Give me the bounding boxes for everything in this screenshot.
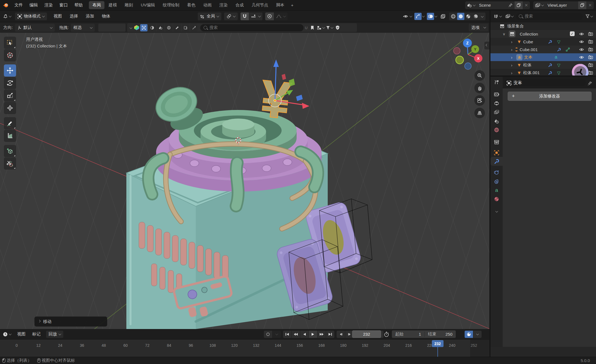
playhead[interactable]: 232 xyxy=(432,340,444,347)
scene-unlink-button[interactable]: ✕ xyxy=(523,3,530,8)
jump-end-button[interactable] xyxy=(326,331,334,338)
end-frame-field[interactable]: 结束250 xyxy=(425,332,456,337)
gizmo-dropdown[interactable] xyxy=(422,14,425,17)
sidebar-collapse-button[interactable] xyxy=(484,42,489,49)
jump-start-button[interactable] xyxy=(283,331,291,338)
tab-render[interactable] xyxy=(490,90,503,99)
filter-sculpt-toggle[interactable] xyxy=(149,24,156,31)
pin-icon[interactable] xyxy=(588,81,592,86)
zoom-button[interactable] xyxy=(474,70,485,81)
expand-icon[interactable]: › xyxy=(511,55,512,60)
overlays-dropdown[interactable] xyxy=(435,14,437,17)
shading-dropdown[interactable] xyxy=(481,15,484,18)
render-camera-icon[interactable] xyxy=(587,38,594,45)
transform-tool[interactable] xyxy=(4,102,16,114)
orientation-selector[interactable]: 默认 xyxy=(15,24,55,32)
3d-scene[interactable]: ¥ xyxy=(0,33,489,329)
tab-physics[interactable] xyxy=(490,168,503,177)
menu-view[interactable]: 视图 xyxy=(50,13,65,20)
hide-eye-icon[interactable] xyxy=(578,54,585,61)
viewlayer-new-button[interactable] xyxy=(578,1,586,9)
tab-collection-props[interactable] xyxy=(490,138,503,147)
proportional-edit-toggle[interactable] xyxy=(265,12,274,20)
playback-sync-dropdown[interactable] xyxy=(473,331,482,338)
expand-icon[interactable]: › xyxy=(511,39,512,44)
outliner-search-input[interactable]: 搜索 xyxy=(516,13,583,20)
filter-pose-mode-toggle[interactable] xyxy=(190,24,197,31)
frame-back-button[interactable] xyxy=(337,331,345,338)
exclude-checkbox[interactable]: ✓ xyxy=(570,31,575,36)
hide-eye-icon[interactable] xyxy=(578,31,585,37)
timeline-menu-marker[interactable]: 标记 xyxy=(29,331,44,338)
outliner-row-text-selected[interactable]: › a 文本 a xyxy=(490,53,596,61)
menu-help[interactable]: 帮助 xyxy=(71,2,86,9)
pivot-point-selector[interactable] xyxy=(224,12,238,20)
search-history-icon[interactable]: ∪ xyxy=(305,25,308,30)
snap-toggle[interactable] xyxy=(241,12,249,20)
viewport-search-input[interactable]: 搜索 xyxy=(200,24,304,31)
tab-output[interactable] xyxy=(490,99,503,108)
render-camera-icon[interactable] xyxy=(587,31,594,37)
menu-file[interactable]: 文件 xyxy=(11,2,26,9)
editor-type-button[interactable] xyxy=(0,14,14,19)
bookmark-icon[interactable] xyxy=(309,26,316,30)
expand-icon[interactable]: ∨ xyxy=(503,32,505,36)
render-camera-icon[interactable] xyxy=(587,54,594,61)
filter-texture-paint-toggle[interactable] xyxy=(174,24,181,31)
timeline-ruler[interactable]: 0122436486072849610812013214415616818019… xyxy=(0,340,489,357)
play-reverse-button[interactable] xyxy=(300,331,309,338)
tab-modeling[interactable]: 建模 xyxy=(105,1,121,9)
filter-edit-mode-toggle[interactable] xyxy=(182,24,189,31)
cursor-tool[interactable] xyxy=(4,49,16,61)
outliner-filter-mode[interactable] xyxy=(504,14,514,18)
tab-object-data[interactable]: a xyxy=(490,186,503,195)
stopwatch-icon[interactable] xyxy=(384,332,389,337)
add-modifier-button[interactable]: + 添加修改器 xyxy=(508,92,592,101)
hierarchy-filter-button[interactable] xyxy=(317,26,325,30)
tab-uv-editing[interactable]: UV编辑 xyxy=(137,1,159,9)
xray-toggle[interactable] xyxy=(439,13,447,20)
render-camera-icon[interactable] xyxy=(587,46,594,53)
scene-browse-button[interactable] xyxy=(465,1,477,9)
add-primitive-tool[interactable] xyxy=(4,145,16,157)
shield-icon[interactable] xyxy=(334,25,341,30)
playback-sync-toggle[interactable] xyxy=(465,331,473,338)
tab-sculpting[interactable]: 雕刻 xyxy=(121,1,137,9)
tab-animation[interactable]: 动画 xyxy=(200,1,215,9)
move-tool[interactable] xyxy=(4,64,16,77)
tab-object[interactable] xyxy=(490,148,503,157)
tab-tool[interactable] xyxy=(490,78,503,87)
filter-object-mode-toggle[interactable] xyxy=(140,24,147,31)
timeline-editor-type[interactable] xyxy=(0,332,14,337)
ortho-toggle-button[interactable] xyxy=(474,108,485,118)
prev-keyframe-button[interactable] xyxy=(292,331,300,338)
outliner-display-mode[interactable] xyxy=(493,14,503,18)
viewlayer-remove-button[interactable]: ✕ xyxy=(586,3,594,8)
tab-scene[interactable] xyxy=(490,117,503,125)
filter-funnel-button[interactable] xyxy=(326,26,333,30)
snap-settings[interactable] xyxy=(249,12,262,20)
options-dropdown[interactable]: 选项 xyxy=(469,24,488,31)
menu-edit[interactable]: 编辑 xyxy=(26,2,41,9)
start-frame-field[interactable]: 起始1 xyxy=(392,332,425,337)
show-overlays-toggle[interactable] xyxy=(427,13,434,20)
operator-panel[interactable]: 移动 xyxy=(34,317,107,327)
show-gizmo-toggle[interactable] xyxy=(414,13,422,20)
tab-world[interactable] xyxy=(490,125,503,134)
shading-wireframe-button[interactable] xyxy=(450,13,457,20)
playback-dropdown[interactable]: 回放 xyxy=(46,331,63,338)
tab-material[interactable] xyxy=(490,195,503,204)
camera-view-button[interactable] xyxy=(474,95,485,106)
navigation-gizmo[interactable]: Z Y X xyxy=(447,34,488,73)
outliner-row-cube001[interactable]: › Cube.001 xyxy=(490,46,596,53)
menu-object[interactable]: 物体 xyxy=(99,13,114,20)
render-camera-icon[interactable] xyxy=(587,62,594,68)
scale-tool[interactable] xyxy=(4,89,16,102)
mode-selector[interactable]: 物体模式 xyxy=(15,12,47,20)
select-box-tool[interactable] xyxy=(4,37,16,49)
rotate-tool[interactable] xyxy=(4,77,16,89)
tab-rendering[interactable]: 渲染 xyxy=(216,1,231,9)
tab-modifiers-active[interactable] xyxy=(490,157,503,166)
menu-render[interactable]: 渲染 xyxy=(41,2,56,9)
tab-texture-paint[interactable]: 纹理绘制 xyxy=(159,1,183,9)
